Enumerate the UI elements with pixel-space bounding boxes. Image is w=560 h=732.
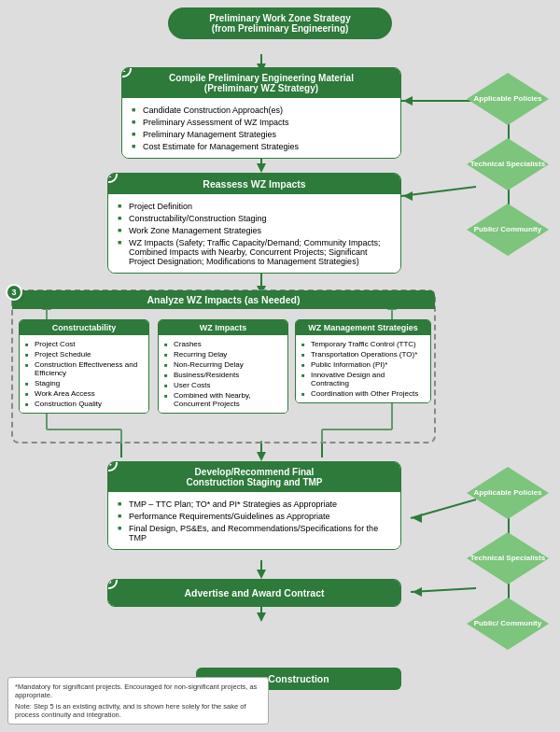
step2-bullet3: ■Work Zone Management Strategies [118, 224, 391, 236]
wz-management-bullet1: ■Temporary Traffic Control (TTC) [301, 339, 425, 349]
wz-impacts-bullet4: ■Business/Residents [164, 370, 282, 380]
svg-line-18 [411, 500, 476, 518]
step4-header: Develop/Recommend Final Construction Sta… [108, 462, 400, 492]
wz-management-box: WZ Management Strategies ■Temporary Traf… [295, 319, 431, 403]
wz-impacts-bullet2: ■Recurring Delay [164, 349, 282, 359]
step1-bullet3: ■Preliminary Management Strategies [132, 128, 391, 140]
svg-marker-14 [403, 96, 413, 106]
constructability-bullet2: ■Project Schedule [25, 349, 143, 359]
step5-box: 5 Advertise and Award Contract [107, 579, 401, 607]
step1-bullet4: ■Cost Estimate for Management Strategies [132, 140, 391, 152]
note2: Note: Step 5 is an existing activity, an… [15, 702, 261, 719]
step2-box: 2 Reassess WZ Impacts ■Project Definitio… [107, 173, 401, 274]
step5-header: Advertise and Award Contract [108, 580, 400, 606]
constructability-bullet4: ■Staging [25, 378, 143, 388]
svg-marker-11 [257, 612, 266, 622]
note1: *Mandatory for significant projects. Enc… [15, 683, 261, 699]
wz-impacts-body: ■Crashes ■Recurring Delay ■Non-Recurring… [159, 335, 287, 413]
start-box: Preliminary Work Zone Strategy (from Pre… [168, 7, 392, 39]
wz-impacts-bullet6: ■Combined with Nearby, Concurrent Projec… [164, 390, 282, 409]
wz-impacts-bullet5: ■User Costs [164, 380, 282, 390]
svg-marker-9 [257, 570, 266, 579]
wz-impacts-box: WZ Impacts ■Crashes ■Recurring Delay ■No… [158, 319, 288, 414]
wz-management-bullet3: ■Public Information (PI)* [301, 359, 425, 370]
constructability-bullet1: ■Project Cost [25, 339, 143, 349]
wz-impacts-header: WZ Impacts [159, 320, 287, 335]
step3-header: Analyze WZ Impacts (as Needed) [12, 290, 435, 309]
constructability-box: Constructability ■Project Cost ■Project … [19, 319, 149, 414]
step4-box: 4 Develop/Recommend Final Construction S… [107, 461, 401, 550]
svg-marker-7 [257, 452, 266, 461]
wz-management-header: WZ Management Strategies [296, 320, 430, 335]
step4-body: ■TMP – TTC Plan; TO* and PI* Strategies … [108, 492, 400, 549]
svg-marker-16 [403, 191, 413, 201]
step1-bullet2: ■Preliminary Assessment of WZ Impacts [132, 116, 391, 128]
constructability-bullet5: ■Work Area Access [25, 388, 143, 399]
step2-bullet4: ■WZ Impacts (Safety; Traffic Capacity/De… [118, 236, 391, 267]
step2-body: ■Project Definition ■Constructability/Co… [108, 194, 400, 273]
public-community-diamond-bottom: Public/ Community [467, 598, 549, 650]
section3-container: 3 Analyze WZ Impacts (as Needed) Constru… [11, 289, 436, 443]
step2-bullet1: ■Project Definition [118, 200, 391, 212]
svg-line-15 [401, 187, 476, 196]
step4-bullet3: ■Final Design, PS&Es, and Recommendation… [118, 522, 391, 543]
wz-management-bullet5: ■Coordination with Other Projects [301, 388, 425, 399]
step1-body: ■Candidate Construction Approach(es) ■Pr… [122, 98, 400, 158]
bottom-notes: *Mandatory for significant projects. Enc… [7, 677, 269, 725]
wz-management-body: ■Temporary Traffic Control (TTC) ■Transp… [296, 335, 430, 402]
constructability-body: ■Project Cost ■Project Schedule ■Constru… [20, 335, 148, 413]
svg-marker-3 [257, 163, 266, 173]
svg-marker-21 [413, 587, 422, 597]
step2-bullet2: ■Constructability/Construction Staging [118, 212, 391, 224]
technical-specialists-diamond-bottom: Technical Specialists [467, 532, 549, 584]
step2-header: Reassess WZ Impacts [108, 174, 400, 194]
svg-line-20 [411, 588, 476, 592]
constructability-header: Constructability [20, 320, 148, 335]
step1-header: Compile Preliminary Engineering Material… [122, 68, 400, 98]
step3-number: 3 [6, 284, 22, 301]
applicable-policies-diamond-top: Applicable Policies [467, 73, 549, 125]
wz-impacts-bullet3: ■Non-Recurring Delay [164, 359, 282, 370]
public-community-diamond-top: Public/ Community [467, 204, 549, 256]
step4-bullet1: ■TMP – TTC Plan; TO* and PI* Strategies … [118, 498, 391, 510]
constructability-bullet3: ■Construction Effectiveness and Efficien… [25, 359, 143, 378]
step4-bullet2: ■Performance Requirements/Guidelines as … [118, 510, 391, 522]
wz-impacts-bullet1: ■Crashes [164, 339, 282, 349]
wz-management-bullet4: ■Innovative Design and Contracting [301, 370, 425, 388]
step1-bullet1: ■Candidate Construction Approach(es) [132, 104, 391, 116]
diagram-container: Preliminary Work Zone Strategy (from Pre… [0, 0, 560, 732]
step1-box: 1 Compile Preliminary Engineering Materi… [121, 67, 401, 159]
svg-marker-19 [413, 514, 422, 523]
technical-specialists-diamond-top: Technical Specialists [467, 138, 549, 190]
wz-management-bullet2: ■Transportation Operations (TO)* [301, 349, 425, 359]
applicable-policies-diamond-bottom: Applicable Policies [467, 467, 549, 519]
constructability-bullet6: ■Construction Quality [25, 399, 143, 409]
